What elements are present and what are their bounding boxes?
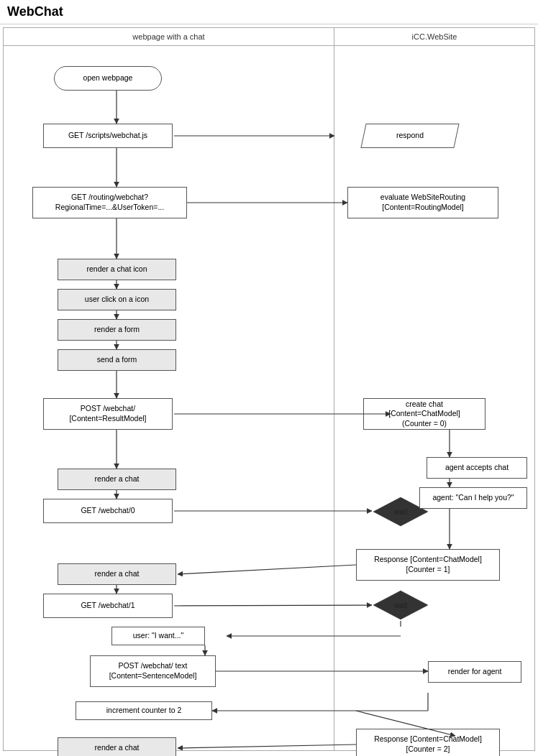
agent-accepts-shape: agent accepts chat: [427, 457, 527, 479]
agent-can-i-shape: agent: "Can I help you?": [419, 487, 527, 509]
open-webpage-shape: open webpage: [54, 66, 162, 91]
get-scripts-shape: GET /scripts/webchat.js: [43, 124, 173, 148]
svg-text:wait: wait: [393, 507, 408, 516]
post-webchat-text-shape: POST /webchat/ text [Content=SentenceMod…: [90, 655, 216, 687]
render-form-shape: render a form: [58, 319, 176, 341]
response-counter2-shape: Response [Content=ChatModel] [Counter = …: [356, 729, 500, 756]
get-routing-shape: GET /routing/webchat? RegionalTime=...&U…: [32, 187, 187, 218]
post-webchat-shape: POST /webchat/ [Content=ResultModel]: [43, 398, 173, 430]
get-webchat1-shape: GET /webchat/1: [43, 594, 173, 618]
col-header-left: webpage with a chat: [4, 28, 334, 45]
render-chat3-shape: render a chat: [58, 737, 176, 756]
render-chat1-shape: render a chat: [58, 469, 176, 490]
render-for-agent-shape: render for agent: [428, 661, 521, 683]
wait2-diamond: wait: [372, 589, 429, 622]
user-click-icon-shape: user click on a icon: [58, 289, 176, 310]
increment-counter-shape: increment counter to 2: [76, 701, 212, 720]
send-form-shape: send a form: [58, 349, 176, 371]
svg-text:wait: wait: [393, 601, 408, 609]
render-chat2-shape: render a chat: [58, 563, 176, 585]
user-i-want-shape: user: "I want...": [111, 627, 205, 645]
response-counter1-shape: Response [Content=ChatModel] [Counter = …: [356, 549, 500, 581]
render-chat-icon-shape: render a chat icon: [58, 259, 176, 280]
diagram-container: webpage with a chat iCC.WebSite open web…: [3, 27, 535, 751]
respond-shape: respond: [360, 124, 459, 148]
evaluate-routing-shape: evaluate WebSiteRouting [Content=Routing…: [347, 187, 498, 218]
get-webchat0-shape: GET /webchat/0: [43, 499, 173, 523]
create-chat-shape: create chat [Content=ChatModel] (Counter…: [363, 398, 485, 430]
col-header-right: iCC.WebSite: [334, 28, 534, 45]
page-title: WebChat: [0, 0, 538, 24]
